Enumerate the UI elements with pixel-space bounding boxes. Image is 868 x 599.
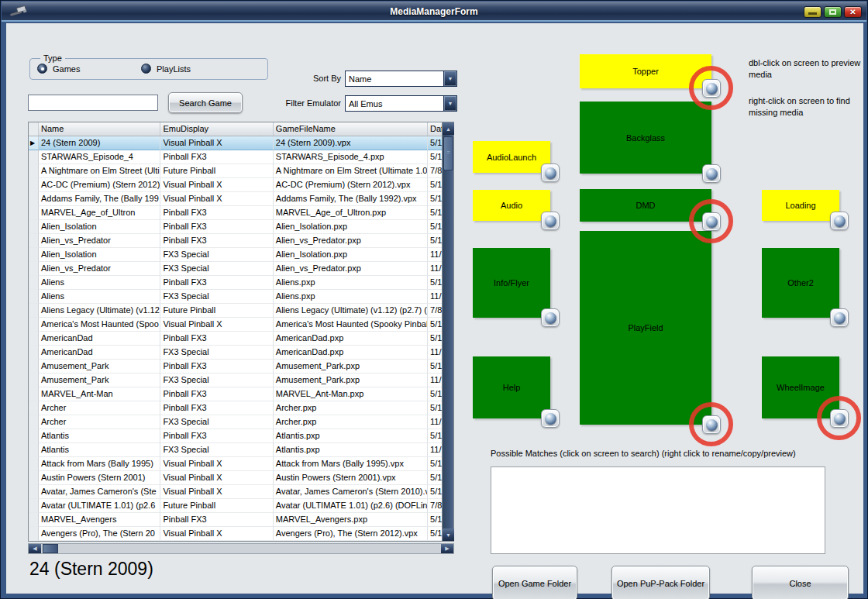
grid-row[interactable]: Alien_IsolationPinball FX3Alien_Isolatio…	[29, 220, 442, 234]
grid-row[interactable]: ArcherFX3 SpecialArcher.pxp11/	[29, 415, 442, 429]
grid-row[interactable]: AtlantisPinball FX3Atlantis.pxp5/1	[29, 429, 442, 443]
media-slot-dmd[interactable]: DMD	[580, 189, 711, 222]
window-title: MediaManagerForm	[2, 6, 866, 17]
cell-gamefilename: Archer.pxp	[274, 401, 428, 415]
titlebar[interactable]: MediaManagerForm ✕	[2, 2, 866, 22]
horizontal-scroll-thumb[interactable]	[43, 544, 58, 553]
radio-playlists[interactable]: PlayLists	[141, 64, 191, 74]
column-header-emudisplay[interactable]: EmuDisplay	[160, 122, 273, 136]
grid-row[interactable]: AliensPinball FX3Aliens.pxp5/1	[29, 276, 442, 290]
grid-row[interactable]: MARVEL_Age_of_UltronPinball FX3MARVEL_Ag…	[29, 206, 442, 220]
grid-row[interactable]: Alien_vs_PredatorFX3 SpecialAlien_vs_Pre…	[29, 262, 442, 276]
media-slot-wheelimage[interactable]: WheelImage	[762, 356, 839, 418]
cell-name: Austin Powers (Stern 2001)	[39, 471, 160, 485]
preview-orb-button[interactable]	[541, 308, 560, 327]
grid-row[interactable]: STARWARS_Episode_4Pinball FX3STARWARS_Ep…	[29, 150, 442, 164]
preview-orb-button[interactable]	[830, 212, 849, 230]
games-grid[interactable]: Name EmuDisplay GameFileName Dat ▶24 (St…	[28, 122, 454, 542]
vertical-scroll-thumb[interactable]: =	[443, 136, 453, 170]
type-group-label: Type	[40, 53, 65, 63]
maximize-button[interactable]	[824, 6, 842, 18]
preview-orb-button[interactable]	[830, 409, 849, 428]
cell-name: MARVEL_Age_of_Ultron	[39, 206, 160, 220]
open-pup-pack-folder-button[interactable]: Open PuP-Pack Folder	[611, 566, 710, 599]
media-slot-playfield[interactable]: PlayField	[580, 231, 711, 425]
grid-row[interactable]: AC-DC (Premium) (Stern 2012)Visual Pinba…	[29, 178, 442, 192]
scroll-right-icon[interactable]: ▶	[441, 544, 453, 553]
column-header-gamefilename[interactable]: GameFileName	[274, 122, 428, 136]
grid-row[interactable]: Amusement_ParkPinball FX3Amusement_Park.…	[29, 360, 442, 374]
globe-icon	[545, 312, 556, 324]
media-slot-label: Info/Flyer	[494, 278, 529, 287]
grid-row[interactable]: Attack from Mars (Bally 1995)Visual Pinb…	[29, 457, 442, 471]
grid-row[interactable]: AmericanDadPinball FX3AmericanDad.pxp5/1	[29, 332, 442, 346]
preview-orb-button[interactable]	[702, 415, 721, 434]
media-slot-label: WheelImage	[777, 383, 825, 392]
grid-row[interactable]: AtlantisFX3 SpecialAtlantis.pxp11/	[29, 443, 442, 457]
preview-orb-button[interactable]	[702, 164, 721, 183]
cell-gamefilename: Avatar (ULTIMATE 1.01) (p2.6) (DOFLinx	[274, 499, 428, 513]
open-game-folder-button[interactable]: Open Game Folder	[492, 566, 577, 599]
grid-row[interactable]: Avatar (ULTIMATE 1.01) (p2.6Future Pinba…	[29, 499, 442, 513]
search-game-button[interactable]: Search Game	[168, 92, 243, 113]
filter-emulator-label: Filter Emulator	[253, 98, 341, 108]
column-header-date[interactable]: Dat	[428, 122, 442, 136]
media-slot-backglass[interactable]: Backglass	[580, 102, 711, 174]
media-slot-other2[interactable]: Other2	[762, 248, 839, 318]
media-slot-loading[interactable]: Loading	[762, 190, 839, 221]
possible-matches-box[interactable]	[491, 466, 825, 554]
grid-row[interactable]: America's Most Haunted (SpooVisual Pinba…	[29, 318, 442, 332]
scroll-left-icon[interactable]: ◀	[29, 544, 41, 553]
preview-orb-button[interactable]	[541, 409, 560, 428]
grid-row[interactable]: MARVEL_Ant-ManPinball FX3MARVEL_Ant-Man.…	[29, 387, 442, 401]
preview-orb-button[interactable]	[830, 308, 849, 327]
globe-icon	[545, 413, 556, 425]
grid-row[interactable]: Avatar, James Cameron's (SteVisual Pinba…	[29, 485, 442, 499]
minimize-button[interactable]	[804, 6, 822, 18]
column-header-name[interactable]: Name	[39, 122, 160, 136]
preview-orb-button[interactable]	[541, 164, 560, 182]
cell-date: 5/1	[428, 192, 442, 206]
grid-row[interactable]: Amusement_ParkFX3 SpecialAmusement_Park.…	[29, 374, 442, 387]
preview-orb-button[interactable]	[541, 212, 560, 230]
filter-emulator-select[interactable]: All Emus ▼	[345, 95, 457, 112]
media-slot-infoflyer[interactable]: Info/Flyer	[473, 248, 550, 318]
media-manager-window: MediaManagerForm ✕ Type Games PlayLists …	[0, 0, 868, 599]
close-window-button[interactable]: ✕	[844, 6, 862, 18]
media-slot-topper[interactable]: Topper	[580, 54, 711, 88]
preview-orb-button[interactable]	[702, 212, 721, 231]
grid-row[interactable]: ArcherPinball FX3Archer.pxp5/1	[29, 401, 442, 415]
close-button[interactable]: Close	[752, 566, 849, 599]
chevron-down-icon[interactable]: ▼	[443, 71, 456, 86]
preview-orb-button[interactable]	[702, 79, 721, 98]
grid-row[interactable]: Avengers (Pro), The (Stern 20Visual Pinb…	[29, 527, 442, 541]
search-input[interactable]	[28, 95, 158, 111]
grid-row[interactable]: MARVEL_AvengersPinball FX3MARVEL_Avenger…	[29, 513, 442, 527]
row-marker-cell	[29, 164, 39, 178]
media-slot-help[interactable]: Help	[473, 356, 550, 418]
media-slot-audio[interactable]: Audio	[473, 190, 550, 221]
row-marker-cell: ▶	[29, 136, 39, 150]
scroll-up-icon[interactable]: ▲	[443, 122, 454, 135]
scroll-down-icon[interactable]: ▼	[443, 528, 454, 541]
sort-by-select[interactable]: Name ▼	[345, 71, 457, 87]
grid-row[interactable]: Austin Powers (Stern 2001)Visual Pinball…	[29, 471, 442, 485]
grid-row[interactable]: Addams Family, The (Bally 199Visual Pinb…	[29, 192, 442, 206]
grid-row[interactable]: ▶24 (Stern 2009)Visual Pinball X24 (Ster…	[29, 136, 442, 150]
media-slot-audiolaunch[interactable]: AudioLaunch	[473, 141, 550, 173]
cell-date: 5/1	[428, 485, 442, 499]
cell-name: Alien_Isolation	[39, 220, 160, 234]
grid-row[interactable]: AmericanDadFX3 SpecialAmericanDad.pxp11/	[29, 346, 442, 360]
horizontal-scrollbar[interactable]: ◀ ▶	[28, 543, 454, 554]
grid-row[interactable]: AliensFX3 SpecialAliens.pxp11/	[29, 290, 442, 304]
cell-name: Archer	[39, 401, 160, 415]
radio-games[interactable]: Games	[37, 64, 80, 74]
grid-row[interactable]: A Nightmare on Elm Street (UltiFuture Pi…	[29, 164, 442, 178]
grid-row[interactable]: Alien_vs_PredatorPinball FX3Alien_vs_Pre…	[29, 234, 442, 248]
cell-name: Atlantis	[39, 443, 160, 457]
grid-row[interactable]: Aliens Legacy (Ultimate) (v1.12Future Pi…	[29, 304, 442, 318]
cell-date: 5/1	[428, 471, 442, 485]
vertical-scrollbar[interactable]: ▲ = ▼	[442, 122, 453, 541]
chevron-down-icon[interactable]: ▼	[443, 96, 456, 111]
grid-row[interactable]: Alien_IsolationFX3 SpecialAlien_Isolatio…	[29, 248, 442, 262]
